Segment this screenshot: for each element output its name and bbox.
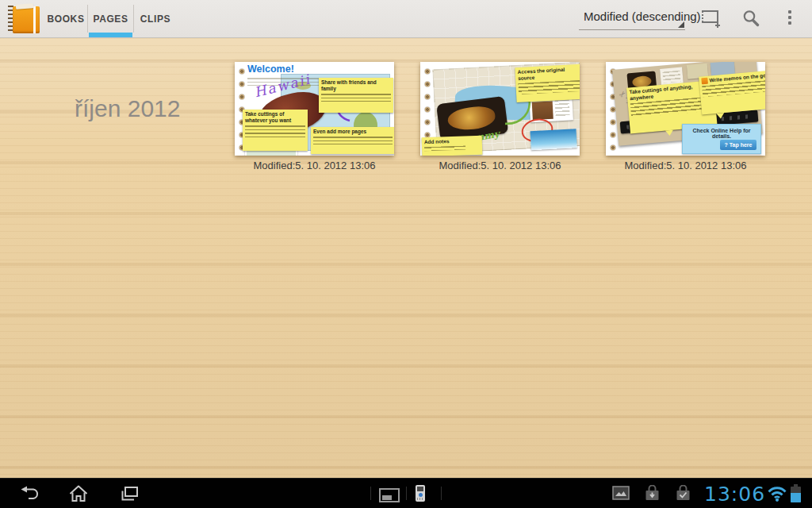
content-area: říjen 2012 Welcome! Hawaii Share with fr… xyxy=(0,38,812,479)
back-button[interactable] xyxy=(16,483,43,504)
tab-label: CLIPS xyxy=(140,13,170,25)
overflow-menu-icon xyxy=(788,16,791,19)
battery-status[interactable] xyxy=(791,484,801,502)
sticky-note: Share with friends and family xyxy=(319,78,393,113)
caret-icon xyxy=(678,21,684,28)
overflow-menu-icon xyxy=(788,10,791,13)
online-help-text: Check Online Help for details. xyxy=(683,128,760,139)
home-icon xyxy=(68,484,89,503)
page-thumbnail-2[interactable]: yummy Access the original source Add not… xyxy=(420,62,580,156)
tab-label: BOOKS xyxy=(47,13,84,25)
notebook-stripe xyxy=(33,6,36,33)
sticky-note-title: Access the original source xyxy=(517,66,580,82)
sticky-note-title: Even add more pages xyxy=(313,129,393,135)
tab-books[interactable]: BOOKS xyxy=(44,0,87,37)
wifi-status[interactable] xyxy=(766,485,788,506)
battery-fill xyxy=(791,493,801,502)
search-button[interactable] xyxy=(737,6,764,30)
sticky-note-title: Take cuttings of whatever you want xyxy=(245,111,305,124)
sticky-note-body xyxy=(245,125,305,138)
sticky-note: Take cuttings of whatever you want xyxy=(243,110,308,151)
battery-body xyxy=(791,487,801,502)
overflow-menu-icon xyxy=(788,21,791,25)
recent-apps-button[interactable] xyxy=(116,483,143,504)
screenshot-notification[interactable] xyxy=(612,486,630,503)
overflow-menu-button[interactable] xyxy=(783,6,796,32)
wifi-icon xyxy=(766,485,788,502)
download-notification-icon xyxy=(644,485,661,502)
sticky-note: Write memos on the go xyxy=(699,71,765,115)
food-image xyxy=(446,105,496,133)
recent-apps-icon xyxy=(119,485,140,502)
tab-pages[interactable]: PAGES xyxy=(88,0,133,37)
update-notification-icon xyxy=(675,485,691,502)
thumb-heading: Welcome! xyxy=(247,64,294,75)
note-lines xyxy=(662,71,680,83)
remote-keys xyxy=(417,498,423,500)
new-page-button[interactable] xyxy=(697,6,724,30)
modified-caption: Modified:5. 10. 2012 13:06 xyxy=(606,160,765,171)
back-icon xyxy=(18,484,40,503)
modified-caption: Modified:5. 10. 2012 13:06 xyxy=(235,160,394,171)
status-clock[interactable]: 13:06 xyxy=(704,483,765,506)
home-button[interactable] xyxy=(65,483,92,504)
search-icon xyxy=(741,8,761,29)
sticky-tail xyxy=(665,130,674,137)
remote-button-dot xyxy=(419,493,423,497)
sticky-note: Access the original source xyxy=(515,64,580,103)
group-date-label: říjen 2012 xyxy=(75,95,180,122)
remote-app-button[interactable] xyxy=(416,485,425,502)
screenshot-notification-icon xyxy=(612,486,630,500)
sticky-note-body xyxy=(518,79,580,94)
sticky-note: Add notes xyxy=(422,136,483,156)
tap-here-button[interactable]: ? Tap here xyxy=(720,140,756,150)
sticky-note-body xyxy=(424,145,465,151)
tab-clips[interactable]: CLIPS xyxy=(134,0,177,37)
divider xyxy=(406,487,407,500)
online-help-box: Check Online Help for details. ? Tap her… xyxy=(682,124,761,154)
update-notification[interactable] xyxy=(675,485,691,505)
app-icon-notebook[interactable] xyxy=(8,4,40,33)
page-thumbnail-1[interactable]: Welcome! Hawaii Share with friends and f… xyxy=(235,62,394,156)
action-bar: BOOKS PAGES CLIPS Modified (descending) xyxy=(0,0,812,38)
divider xyxy=(441,487,442,500)
beach-photo xyxy=(530,129,577,150)
divider xyxy=(370,487,371,500)
tab-label: PAGES xyxy=(93,13,128,25)
sticky-note-body xyxy=(321,94,391,102)
sort-spinner[interactable]: Modified (descending) xyxy=(579,6,685,30)
system-bar: 13:06 xyxy=(0,478,812,508)
download-notification[interactable] xyxy=(644,485,661,505)
tablet-screen: BOOKS PAGES CLIPS Modified (descending) xyxy=(0,0,812,508)
page-thumbnail-3[interactable]: ✂ Take cuttings of anything, anywhere Wr… xyxy=(606,62,765,156)
sticky-note-body xyxy=(313,137,393,144)
remote-screen xyxy=(417,487,423,491)
screenshot-button[interactable] xyxy=(376,485,403,506)
sticky-note-title: Share with friends and family xyxy=(321,79,391,92)
screenshot-icon xyxy=(378,487,400,504)
modified-caption: Modified:5. 10. 2012 13:06 xyxy=(420,160,580,171)
sticky-tail xyxy=(716,113,725,119)
memo-icon xyxy=(701,78,708,85)
sticky-note-title: Add notes xyxy=(424,137,480,145)
sticky-note: Even add more pages xyxy=(311,127,394,154)
new-page-icon xyxy=(699,8,722,29)
